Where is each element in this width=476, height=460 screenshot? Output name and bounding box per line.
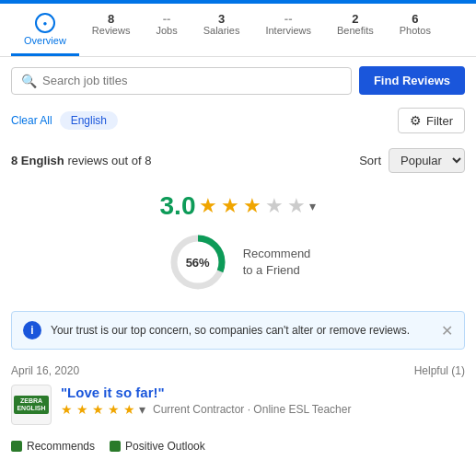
search-box: 🔍 bbox=[11, 67, 352, 95]
info-icon: i bbox=[23, 321, 41, 339]
tab-jobs-count: -- bbox=[163, 13, 171, 25]
sort-select[interactable]: Popular bbox=[389, 148, 465, 173]
filter-row: Clear All English ⚙ Filter bbox=[0, 104, 476, 141]
tab-interviews-count: -- bbox=[284, 13, 293, 25]
tab-benefits[interactable]: 2 Benefits bbox=[324, 4, 387, 56]
review-header: ZEBRAENGLISH "Love it so far!" ★ ★ ★ ★ ★… bbox=[11, 385, 465, 425]
overview-icon bbox=[35, 13, 55, 33]
english-filter-tag[interactable]: English bbox=[60, 111, 118, 130]
star-4: ★ bbox=[265, 194, 284, 218]
rating-section: 3.0 ★ ★ ★ ★ ★ ▾ 56% Recommend to a Frien… bbox=[0, 180, 476, 304]
clear-all-link[interactable]: Clear All bbox=[11, 114, 52, 127]
tab-benefits-count: 2 bbox=[352, 13, 358, 25]
donut-row: 56% Recommend to a Friend bbox=[166, 221, 311, 300]
tab-photos[interactable]: 6 Photos bbox=[387, 4, 444, 56]
filter-button[interactable]: ⚙ Filter bbox=[398, 108, 465, 133]
review-card: ZEBRAENGLISH "Love it so far!" ★ ★ ★ ★ ★… bbox=[0, 381, 476, 434]
filter-button-label: Filter bbox=[426, 114, 453, 128]
results-text: 8 English reviews out of 8 bbox=[11, 154, 151, 167]
donut-chart: 56% bbox=[166, 230, 230, 294]
review-title[interactable]: "Love it so far!" bbox=[61, 385, 465, 400]
tab-benefits-label: Benefits bbox=[337, 25, 374, 36]
results-suffix: reviews out of 8 bbox=[67, 154, 151, 167]
donut-percent-label: 56% bbox=[186, 256, 210, 270]
review-date: April 16, 2020 bbox=[11, 364, 79, 377]
rating-score: 3.0 bbox=[160, 191, 196, 221]
review-star-4: ★ bbox=[108, 402, 120, 417]
recommends-icon bbox=[11, 441, 22, 452]
results-count: 8 English bbox=[11, 154, 64, 167]
search-input[interactable] bbox=[42, 74, 342, 87]
badge-positive-outlook: Positive Outlook bbox=[110, 440, 205, 453]
logo-text: ZEBRAENGLISH bbox=[14, 396, 48, 415]
review-meta: Current Contractor · Online ESL Teacher bbox=[153, 403, 351, 416]
tab-jobs-label: Jobs bbox=[156, 25, 177, 36]
review-title-block: "Love it so far!" ★ ★ ★ ★ ★ ▾ Current Co… bbox=[61, 385, 465, 417]
results-row: 8 English reviews out of 8 Sort Popular bbox=[0, 141, 476, 180]
tab-overview-label: Overview bbox=[24, 35, 66, 46]
star-5: ★ bbox=[287, 194, 306, 218]
company-logo: ZEBRAENGLISH bbox=[11, 385, 52, 425]
star-1: ★ bbox=[199, 194, 217, 218]
review-stars-row: ★ ★ ★ ★ ★ ▾ Current Contractor · Online … bbox=[61, 402, 465, 417]
search-icon: 🔍 bbox=[21, 74, 37, 88]
nav-tabs: Overview 8 Reviews -- Jobs 3 Salaries --… bbox=[0, 4, 476, 57]
tab-salaries-label: Salaries bbox=[203, 25, 240, 36]
find-reviews-button[interactable]: Find Reviews bbox=[359, 66, 465, 95]
recommend-line1: Recommend bbox=[243, 246, 311, 262]
sort-section: Sort Popular bbox=[359, 148, 465, 173]
tab-reviews-count: 8 bbox=[108, 13, 114, 25]
positive-outlook-icon bbox=[110, 441, 121, 452]
rating-row: 3.0 ★ ★ ★ ★ ★ ▾ bbox=[160, 191, 317, 221]
tab-reviews[interactable]: 8 Reviews bbox=[79, 4, 144, 56]
search-row: 🔍 Find Reviews bbox=[0, 57, 476, 104]
badge-recommends: Recommends bbox=[11, 440, 95, 453]
close-banner-icon[interactable]: ✕ bbox=[441, 322, 453, 339]
review-date-row: April 16, 2020 Helpful (1) bbox=[0, 357, 476, 381]
tab-overview[interactable]: Overview bbox=[11, 4, 79, 56]
badge-row: Recommends Positive Outlook bbox=[0, 434, 476, 458]
tab-salaries-count: 3 bbox=[218, 13, 225, 25]
recommend-line2: to a Friend bbox=[243, 262, 311, 279]
filter-icon: ⚙ bbox=[410, 113, 422, 128]
tab-photos-count: 6 bbox=[412, 13, 418, 25]
review-star-3: ★ bbox=[92, 402, 104, 417]
info-text: Your trust is our top concern, so compan… bbox=[51, 324, 432, 337]
badge-recommends-label: Recommends bbox=[27, 440, 95, 453]
tab-jobs[interactable]: -- Jobs bbox=[143, 4, 190, 56]
review-star-1: ★ bbox=[61, 402, 73, 417]
info-banner: i Your trust is our top concern, so comp… bbox=[11, 311, 465, 350]
star-2: ★ bbox=[221, 194, 239, 218]
helpful-text[interactable]: Helpful (1) bbox=[414, 364, 465, 377]
rating-chevron-icon[interactable]: ▾ bbox=[309, 199, 316, 213]
review-rating-chevron[interactable]: ▾ bbox=[139, 402, 145, 417]
star-3: ★ bbox=[243, 194, 261, 218]
recommend-text: Recommend to a Friend bbox=[243, 246, 311, 279]
tab-interviews[interactable]: -- Interviews bbox=[252, 4, 324, 56]
tab-photos-label: Photos bbox=[400, 25, 431, 36]
tab-salaries[interactable]: 3 Salaries bbox=[191, 4, 253, 56]
tab-reviews-label: Reviews bbox=[92, 25, 131, 36]
tab-interviews-label: Interviews bbox=[265, 25, 311, 36]
sort-label: Sort bbox=[359, 154, 381, 167]
review-star-2: ★ bbox=[76, 402, 88, 417]
badge-positive-outlook-label: Positive Outlook bbox=[125, 440, 205, 453]
review-star-5: ★ bbox=[123, 402, 135, 417]
